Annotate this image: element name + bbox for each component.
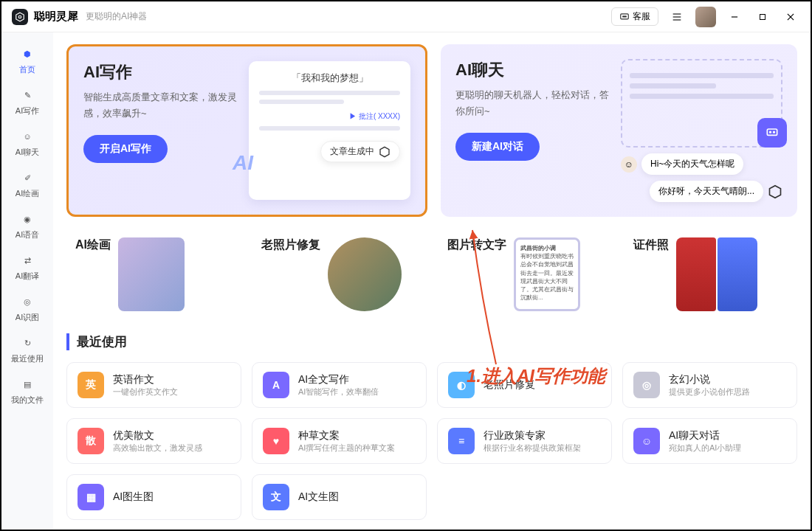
tool-icon: 散 (78, 428, 104, 454)
tool-title: 老照片修复 (484, 378, 535, 392)
tool-desc: 一键创作英文作文 (113, 386, 178, 398)
sidebar-icon: ✐ (19, 170, 35, 186)
thumb-image (118, 237, 185, 311)
recent-tool-9[interactable]: 文AI文生图 (252, 474, 427, 520)
hexagon-icon (768, 184, 782, 199)
menu-button[interactable] (667, 7, 687, 27)
new-ai-chat-button[interactable]: 新建AI对话 (455, 133, 540, 161)
recent-tool-7[interactable]: ☺AI聊天对话宛如真人的AI小助理 (622, 418, 797, 464)
feature-card-title: AI绘画 (75, 237, 111, 253)
app-logo (12, 9, 28, 25)
tool-title: 优美散文 (113, 429, 202, 442)
tool-desc: 高效输出散文，激发灵感 (113, 442, 202, 454)
feature-card-title: 图片转文字 (447, 237, 506, 253)
tool-icon: ☺ (633, 428, 660, 454)
svg-rect-10 (760, 14, 765, 19)
tool-title: 玄幻小说 (669, 373, 750, 386)
sidebar-item-2[interactable]: ☺AI聊天 (7, 122, 48, 164)
feature-card-0[interactable]: AI绘画 (66, 230, 239, 319)
recent-tool-3[interactable]: ◎玄幻小说提供更多小说创作思路 (622, 362, 797, 408)
feature-card-title: 老照片修复 (261, 237, 320, 253)
title-bar: 聪明灵犀 更聪明的AI神器 客服 (1, 1, 811, 32)
tool-icon: 英 (78, 372, 104, 398)
tool-title: AI文生图 (298, 490, 339, 504)
sidebar-label: AI翻译 (16, 271, 39, 282)
sidebar-label: 我的文件 (11, 395, 44, 406)
hero-write-illustration: AI 「我和我的梦想」 ▶ 批注( XXXX) 文章生成中 (249, 61, 410, 200)
hero-chat-desc: 更聪明的聊天机器人，轻松对话，答你所问~ (455, 87, 610, 119)
svg-point-5 (625, 15, 626, 16)
sidebar-label: AI聊天 (16, 147, 39, 158)
sidebar-label: 首页 (19, 64, 35, 75)
recent-tool-0[interactable]: 英英语作文一键创作英文作文 (66, 362, 241, 408)
sidebar-icon: ↻ (19, 335, 35, 351)
app-title: 聪明灵犀 (34, 10, 78, 24)
sidebar-label: AI写作 (16, 105, 39, 117)
tool-title: 行业政策专家 (484, 429, 581, 442)
sidebar-icon: ▤ (19, 376, 35, 392)
sidebar-item-3[interactable]: ✐AI绘画 (7, 164, 48, 205)
tool-title: AI全文写作 (298, 373, 379, 386)
sidebar-label: AI绘画 (16, 188, 39, 199)
user-avatar[interactable] (695, 7, 716, 27)
recent-tool-grid: 英英语作文一键创作英文作文AAI全文写作AI智能写作，效率翻倍◐老照片修复◎玄幻… (66, 362, 797, 520)
svg-point-16 (774, 131, 775, 133)
sidebar-item-1[interactable]: ✎AI写作 (7, 81, 48, 122)
user-face-icon: ☺ (621, 156, 637, 173)
svg-point-15 (770, 131, 771, 133)
chat-bubble-icon (619, 12, 630, 22)
mock-doc-annotation: ▶ 批注( XXXX) (349, 112, 400, 120)
sidebar-item-0[interactable]: ⬢首页 (7, 40, 48, 81)
sidebar: ⬢首页✎AI写作☺AI聊天✐AI绘画◉AI语音⇄AI翻译◎AI识图↻最近使用▤我… (1, 32, 53, 530)
recent-tool-5[interactable]: ♥种草文案AI撰写任何主题的种草文案 (252, 418, 427, 464)
sidebar-item-5[interactable]: ⇄AI翻译 (7, 246, 48, 288)
minimize-button[interactable] (725, 7, 744, 27)
recent-tool-1[interactable]: AAI全文写作AI智能写作，效率翻倍 (252, 362, 427, 408)
tool-icon: ◎ (633, 372, 660, 398)
recent-tool-4[interactable]: 散优美散文高效输出散文，激发灵感 (66, 418, 241, 464)
maximize-button[interactable] (753, 7, 772, 27)
chat-bubble-ai: 你好呀，今天天气晴朗... (621, 181, 782, 202)
sidebar-item-8[interactable]: ▤我的文件 (7, 370, 48, 412)
svg-point-4 (624, 15, 625, 16)
close-button[interactable] (781, 7, 800, 27)
hero-chat-illustration: ☺Hi~今天的天气怎样呢 你好呀，今天天气晴朗... (621, 59, 782, 202)
app-subtitle: 更聪明的AI神器 (86, 10, 147, 23)
recent-tool-2[interactable]: ◐老照片修复 (437, 362, 612, 408)
svg-point-1 (18, 15, 21, 18)
feature-card-2[interactable]: 图片转文字武昌街的小调有时候到重庆晓吃书总会不自觉地到武昌街去走一回。最近发现武… (438, 230, 611, 319)
chat-fab-icon (757, 118, 787, 148)
sidebar-icon: ⇄ (19, 252, 35, 268)
customer-service-button[interactable]: 客服 (611, 7, 658, 26)
recent-heading: 最近使用 (66, 333, 797, 350)
customer-service-label: 客服 (633, 10, 650, 23)
feature-card-row: AI绘画老照片修复图片转文字武昌街的小调有时候到重庆晓吃书总会不自觉地到武昌街去… (66, 230, 797, 319)
sidebar-label: 最近使用 (11, 353, 44, 364)
tool-title: AI聊天对话 (669, 429, 741, 442)
hero-ai-write[interactable]: AI写作 智能生成高质量文章和文案，激发灵感，效率飙升~ 开启AI写作 AI 「… (66, 44, 427, 217)
sidebar-icon: ⬢ (19, 46, 35, 62)
recent-tool-6[interactable]: ≡行业政策专家根据行业名称提供政策框架 (437, 418, 612, 464)
feature-card-3[interactable]: 证件照 (625, 230, 797, 319)
sidebar-icon: ◎ (19, 294, 35, 310)
start-ai-write-button[interactable]: 开启AI写作 (83, 135, 168, 163)
hero-write-desc: 智能生成高质量文章和文案，激发灵感，效率飙升~ (83, 89, 238, 122)
main-content: AI写作 智能生成高质量文章和文案，激发灵感，效率飙升~ 开启AI写作 AI 「… (53, 32, 811, 530)
hero-ai-chat[interactable]: AI聊天 更聪明的聊天机器人，轻松对话，答你所问~ 新建AI对话 ☺Hi~今天的… (441, 44, 797, 217)
svg-point-3 (623, 15, 624, 16)
feature-card-1[interactable]: 老照片修复 (252, 230, 425, 319)
hexagon-icon (379, 146, 390, 158)
sidebar-label: AI识图 (16, 312, 39, 323)
sidebar-item-6[interactable]: ◎AI识图 (7, 288, 48, 329)
sidebar-icon: ◉ (19, 211, 35, 227)
sidebar-item-7[interactable]: ↻最近使用 (7, 329, 48, 370)
tool-desc: AI智能写作，效率翻倍 (298, 386, 379, 398)
svg-marker-13 (380, 147, 389, 156)
hero-chat-title: AI聊天 (455, 59, 610, 81)
sidebar-icon: ✎ (19, 87, 35, 103)
recent-tool-8[interactable]: ▦AI图生图 (66, 474, 241, 520)
sidebar-item-4[interactable]: ◉AI语音 (7, 205, 48, 246)
feature-card-title: 证件照 (633, 237, 669, 253)
svg-rect-14 (767, 129, 777, 135)
sidebar-icon: ☺ (19, 128, 35, 145)
